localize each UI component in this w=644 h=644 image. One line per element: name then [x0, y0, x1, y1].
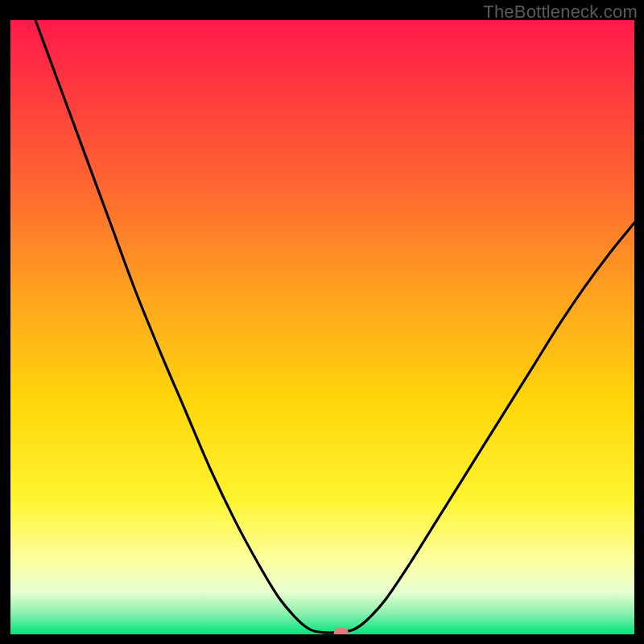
bottleneck-chart	[10, 20, 634, 634]
plot-area	[10, 20, 634, 634]
gradient-background	[10, 20, 634, 634]
watermark-text: TheBottleneck.com	[483, 2, 638, 23]
chart-frame: TheBottleneck.com	[0, 0, 644, 644]
optimum-marker	[334, 628, 349, 634]
